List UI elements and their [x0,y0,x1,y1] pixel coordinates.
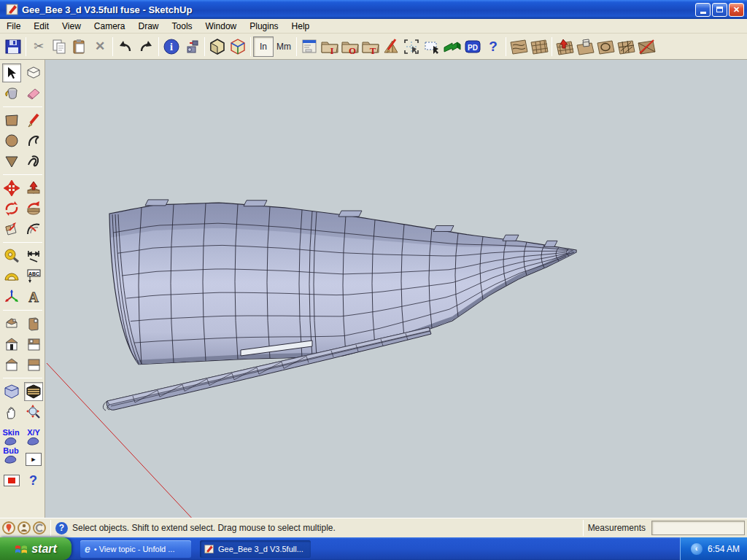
sandbox-flip-edge-button[interactable] [636,36,657,57]
offset-tool[interactable] [24,219,43,238]
rectangle-tool[interactable] [2,111,21,130]
freehand-tool[interactable] [24,152,43,171]
menu-view[interactable]: View [55,20,88,33]
menu-camera[interactable]: Camera [88,20,132,33]
view-back-button[interactable] [24,314,43,333]
sandbox-drape-button[interactable] [595,36,616,57]
sandbox-stamp-button[interactable] [575,36,595,57]
zoom-extents-tool[interactable] [24,402,43,421]
internet-explorer-icon: e [85,543,90,555]
export-arrow-button[interactable] [442,36,462,57]
units-mm-button[interactable]: Mm [274,36,294,57]
paint-bucket-tool[interactable] [2,84,21,103]
import-t-button[interactable]: T [360,36,381,57]
start-button[interactable]: start [0,537,71,560]
select-tool[interactable] [2,63,21,82]
view-iso-button[interactable] [2,314,21,333]
taskbar-task-browser[interactable]: e • View topic - Unfold ... [80,540,191,558]
claim-model-status-icon[interactable] [18,521,31,534]
menu-tools[interactable]: Tools [166,20,199,33]
redo-button[interactable] [136,36,156,57]
bub-plugin-button[interactable]: Bub [1,447,21,466]
cut-button[interactable]: ✂ [28,36,49,57]
import-o-button[interactable]: O [340,36,360,57]
make-component-tool[interactable] [24,63,43,82]
view-right-button[interactable] [24,335,43,354]
pan-tool[interactable] [2,402,21,421]
minimize-button[interactable] [695,3,711,17]
model-info-button[interactable]: i [161,36,182,57]
protractor-tool[interactable] [2,267,21,286]
polygon-tool[interactable] [2,152,21,171]
menu-edit[interactable]: Edit [27,20,55,33]
copy-button[interactable] [49,36,69,57]
push-pull-tool[interactable] [24,179,43,198]
taskbar-task-sketchup[interactable]: Gee_Bee 3_d V3.5full... [200,540,311,558]
line-tool[interactable] [24,111,43,130]
shaded-box-button[interactable] [207,36,228,57]
pd-plugin-button[interactable]: PD [462,36,483,57]
start-label: start [31,542,57,556]
3d-text-glyph: A [28,289,39,305]
sandbox-smoove-button[interactable] [554,36,575,57]
sandbox-add-detail-button[interactable] [616,36,636,57]
rotate-tool[interactable] [2,199,21,218]
xray-mode-button[interactable] [2,382,21,401]
skin-plugin-button[interactable]: Skin [1,429,21,446]
dialog-panel-button[interactable] [299,36,320,57]
dimension-tool[interactable] [24,246,43,265]
svg-text:I: I [330,45,333,55]
text-tool[interactable]: ABC [24,267,43,286]
circle-tool[interactable] [2,131,21,150]
move-tool[interactable] [2,179,21,198]
tape-measure-tool[interactable] [2,246,21,265]
view-front-button[interactable] [2,335,21,354]
rgb-box-button[interactable] [228,36,248,57]
follow-me-tool[interactable] [24,199,43,218]
measurements-input[interactable] [651,521,745,535]
unfold-tool-button[interactable] [381,36,401,57]
view-top-button[interactable] [24,355,43,374]
plugin-help-button[interactable]: ? [24,471,43,490]
view-left-button[interactable] [2,355,21,374]
xy-blob-icon [26,436,41,446]
3d-text-tool[interactable]: A [24,287,43,306]
text-tool-label: ABC [28,271,39,276]
credits-status-icon[interactable] [33,521,46,534]
sandbox-from-contours-button[interactable] [508,36,529,57]
menu-window[interactable]: Window [199,20,244,33]
sandbox-from-scratch-button[interactable] [529,36,549,57]
shaded-textures-button[interactable] [24,382,43,401]
toolbar-separator [204,37,205,56]
delete-button[interactable]: ✕ [90,36,110,57]
toolbar-help-button[interactable]: ? [483,36,503,57]
stop-plugin-button[interactable] [2,471,21,490]
units-inches-button[interactable]: In [253,36,274,57]
exporter-plugin-button[interactable] [182,36,202,57]
restore-button[interactable] [712,3,727,17]
import-i-button[interactable]: I [320,36,340,57]
menu-plugins[interactable]: Plugins [243,20,285,33]
arc-tool[interactable] [24,131,43,150]
model-viewport[interactable] [45,60,747,518]
minimize-icon [700,12,706,14]
xy-plugin-button[interactable]: X/Y [24,429,44,446]
eraser-tool[interactable] [24,84,43,103]
tray-collapse-button[interactable]: ‹ [691,543,703,555]
select-rect-button[interactable] [422,36,442,57]
close-button[interactable]: ✕ [729,3,744,17]
status-help-icon[interactable]: ? [55,522,68,534]
paste-button[interactable] [69,36,90,57]
menu-file[interactable]: File [0,20,27,33]
scale-tool[interactable] [2,219,21,238]
menu-draw[interactable]: Draw [132,20,166,33]
toolbar-separator [551,37,552,56]
save-button[interactable] [3,36,23,57]
play-plugin-button[interactable]: ► [24,447,44,466]
menu-help[interactable]: Help [285,20,317,33]
undo-button[interactable] [115,36,136,57]
menu-bar: File Edit View Camera Draw Tools Window … [0,19,747,34]
select-bounds-button[interactable] [401,36,422,57]
geolocation-status-icon[interactable] [2,521,15,534]
axes-tool[interactable] [2,287,21,306]
